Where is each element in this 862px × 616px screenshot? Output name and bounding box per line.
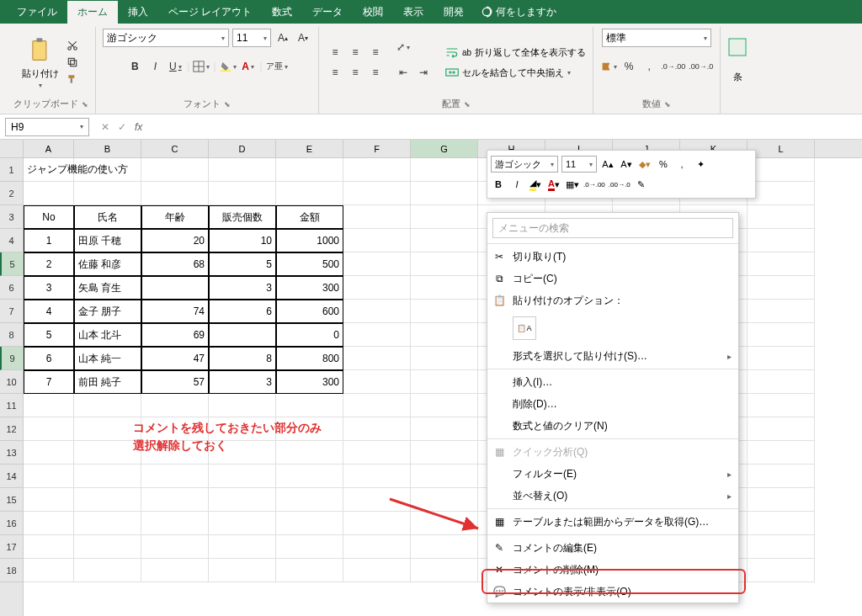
cell-L5[interactable] (748, 252, 815, 276)
format-painter[interactable] (64, 72, 81, 87)
col-header-D[interactable]: D (209, 140, 276, 157)
cell-B5[interactable]: 佐藤 和彦 (74, 252, 141, 276)
ctx-toggle-comment[interactable]: 💬コメントの表示/非表示(O) (487, 581, 738, 603)
cell-F10[interactable] (343, 370, 411, 394)
cell-L10[interactable] (748, 370, 815, 394)
align-right-icon[interactable]: ≡ (366, 63, 385, 82)
cell-D7[interactable]: 6 (209, 300, 276, 323)
cell-B13[interactable] (74, 441, 141, 465)
cell-C7[interactable]: 74 (141, 300, 209, 323)
cell-L12[interactable] (748, 417, 815, 441)
row-header-9[interactable]: 9 (0, 347, 23, 370)
increase-indent-icon[interactable]: ⇥ (415, 63, 432, 82)
cell-G3[interactable] (411, 205, 478, 229)
cell-A7[interactable]: 4 (24, 300, 74, 323)
row-header-3[interactable]: 3 (0, 205, 23, 229)
cell-E8[interactable]: 0 (276, 323, 343, 347)
cell-L17[interactable] (748, 535, 815, 559)
ctx-delete[interactable]: 削除(D)… (487, 393, 738, 415)
select-all-corner[interactable] (0, 140, 23, 158)
cell-D17[interactable] (209, 535, 276, 559)
cell-E17[interactable] (276, 535, 343, 559)
tab-review[interactable]: 校閲 (353, 1, 393, 24)
cell-F14[interactable] (343, 465, 411, 488)
tab-data[interactable]: データ (302, 1, 353, 24)
percent-button[interactable]: % (620, 57, 637, 76)
cell-E6[interactable]: 300 (276, 276, 343, 300)
mini-decrease-font-icon[interactable]: A▾ (619, 156, 634, 173)
col-header-B[interactable]: B (74, 140, 141, 157)
cell-G17[interactable] (411, 535, 478, 559)
cell-B6[interactable]: 矢島 育生 (74, 276, 141, 300)
cell-L13[interactable] (748, 441, 815, 465)
cell-D3[interactable]: 販売個数 (209, 205, 276, 229)
cell-L15[interactable] (748, 488, 815, 512)
font-size-select[interactable]: 11▾ (232, 29, 271, 47)
row-header-12[interactable]: 12 (0, 417, 23, 441)
underline-button[interactable]: U▾ (167, 57, 184, 76)
cell-B15[interactable] (74, 488, 141, 512)
align-left-icon[interactable]: ≡ (326, 63, 344, 82)
mini-increase-font-icon[interactable]: A▴ (600, 156, 615, 173)
row-header-4[interactable]: 4 (0, 229, 23, 252)
cell-B9[interactable]: 山本 純一 (74, 347, 141, 370)
cancel-formula-icon[interactable]: ✕ (101, 121, 109, 133)
cell-G4[interactable] (411, 229, 478, 252)
cell-D2[interactable] (209, 182, 276, 205)
cell-A15[interactable] (24, 488, 74, 512)
cell-B2[interactable] (74, 182, 141, 205)
tell-me[interactable]: 何をしますか (481, 5, 556, 19)
cell-D14[interactable] (209, 465, 276, 488)
cell-F11[interactable] (343, 394, 411, 417)
cell-L7[interactable] (748, 300, 815, 323)
cell-C14[interactable] (141, 465, 209, 488)
cell-A9[interactable]: 6 (24, 347, 74, 370)
cell-D6[interactable]: 3 (209, 276, 276, 300)
accounting-format-button[interactable]: ▾ (600, 57, 617, 76)
ctx-delete-comment[interactable]: ✕コメントの削除(M) (487, 559, 738, 581)
cell-D11[interactable] (209, 394, 276, 417)
cell-L1[interactable] (748, 158, 815, 182)
mini-inc-decimal-icon[interactable]: .0→.00 (583, 176, 605, 193)
decrease-indent-icon[interactable]: ⇤ (395, 63, 412, 82)
conditional-formatting-icon[interactable] (727, 29, 748, 66)
mini-fill-color-icon[interactable]: ◢▾ (528, 176, 543, 193)
tab-view[interactable]: 表示 (393, 1, 434, 24)
bold-button[interactable]: B (126, 57, 143, 76)
row-header-13[interactable]: 13 (0, 441, 23, 465)
cell-F8[interactable] (343, 323, 411, 347)
cell-E4[interactable]: 1000 (276, 229, 343, 252)
cell-C18[interactable] (141, 559, 209, 582)
cell-B1[interactable] (74, 158, 141, 182)
cell-A13[interactable] (24, 441, 74, 465)
cell-B7[interactable]: 金子 朋子 (74, 300, 141, 323)
formula-input[interactable] (149, 118, 862, 136)
cell-L18[interactable] (748, 559, 815, 582)
cell-B17[interactable] (74, 535, 141, 559)
col-header-L[interactable]: L (748, 140, 815, 157)
border-button[interactable]: ▾ (193, 57, 210, 76)
cell-E7[interactable]: 600 (276, 300, 343, 323)
cell-A6[interactable]: 3 (24, 276, 74, 300)
cell-E2[interactable] (276, 182, 343, 205)
cell-F2[interactable] (343, 182, 411, 205)
cell-F5[interactable] (343, 252, 411, 276)
wrap-text-button[interactable]: ab 折り返して全体を表示する (445, 43, 586, 61)
cell-A3[interactable]: No (24, 205, 74, 229)
cell-A2[interactable] (24, 182, 74, 205)
cell-L4[interactable] (748, 229, 815, 252)
cell-C11[interactable] (141, 394, 209, 417)
tab-developer[interactable]: 開発 (434, 1, 474, 24)
enter-formula-icon[interactable]: ✓ (118, 121, 126, 133)
cell-D5[interactable]: 5 (209, 252, 276, 276)
cell-G10[interactable] (411, 370, 478, 394)
cell-G18[interactable] (411, 559, 478, 582)
cell-B4[interactable]: 田原 千穂 (74, 229, 141, 252)
menu-search-input[interactable]: メニューの検索 (492, 218, 733, 238)
cell-A5[interactable]: 2 (24, 252, 74, 276)
row-header-16[interactable]: 16 (0, 512, 23, 535)
decrease-decimal-icon[interactable]: .00→.0 (689, 57, 713, 76)
cell-B12[interactable] (74, 417, 141, 441)
cell-B8[interactable]: 山本 北斗 (74, 323, 141, 347)
cell-C9[interactable]: 47 (141, 347, 209, 370)
